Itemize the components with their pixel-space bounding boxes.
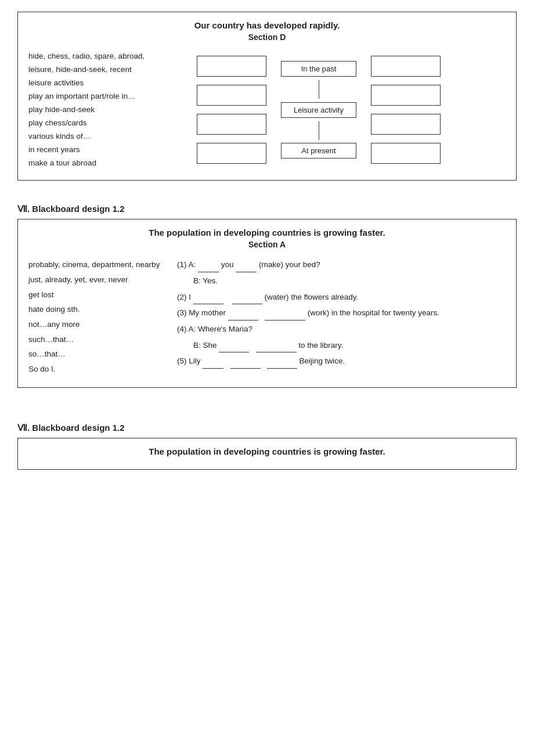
exercise-3: (3) My mother (work) in the hospital for… (177, 305, 506, 321)
blank-5c (267, 361, 297, 369)
ex3-num: (3) My mother (177, 308, 228, 317)
vocab-item-3: leisure activities (28, 77, 184, 90)
section3-title: The population in developing countries i… (28, 447, 506, 456)
blank-5a (203, 361, 223, 369)
section2-panel: The population in developing countries i… (17, 219, 517, 387)
vocab-item-9: make a tour abroad (28, 157, 184, 170)
diagram-inner: In the past Leisure activity At present (191, 50, 506, 170)
vocab-col-2: probably, cinema, department, nearby jus… (28, 257, 168, 376)
section1-subtitle: Section D (28, 33, 506, 42)
section2-title: The population in developing countries i… (28, 228, 506, 237)
box-bot-left (197, 143, 266, 164)
exercises-col: (1) A: you (make) your bed? B: Yes. (2) … (177, 257, 506, 376)
box-low-right (371, 114, 441, 135)
blank-4a (219, 344, 249, 352)
blank-1a (198, 264, 219, 272)
label-leisure-activity: Leisure activity (281, 102, 356, 118)
blank-2a (193, 296, 223, 304)
s2-vocab-3: get lost (28, 287, 168, 303)
box-col-center: In the past Leisure activity At present (272, 50, 365, 170)
box-col-right (365, 50, 446, 170)
s2-vocab-6: such…that… (28, 332, 168, 347)
exercise-1: (1) A: you (make) your bed? (177, 257, 506, 272)
blank-3a (228, 312, 258, 321)
section2-heading: Ⅶ. Blackboard design 1.2 (17, 204, 125, 214)
vocab-item-4: play an important part/role in… (28, 90, 184, 103)
exercise-2: (2) I (water) the flowers already. (177, 290, 506, 305)
label-at-present: At present (281, 143, 356, 159)
section2-body: probably, cinema, department, nearby jus… (28, 257, 506, 376)
exercise-5: (5) Lily Beijing twice. (177, 354, 506, 369)
box-mid-left (197, 85, 266, 106)
vocab-item-8: in recent years (28, 143, 184, 157)
blank-2b (232, 296, 262, 304)
ex1-num: (1) A: (177, 260, 198, 269)
blank-5b (230, 361, 261, 369)
exercise-4b: B: She to the library. (177, 338, 506, 353)
exercise-1b: B: Yes. (177, 273, 506, 289)
blank-3b (265, 312, 305, 321)
box-top-right (371, 56, 441, 77)
s2-vocab-7: so…that… (28, 347, 168, 362)
vocab-item-2: leisure, hide-and-seek, recent (28, 63, 184, 77)
box-mid-right (371, 85, 441, 106)
section2-subtitle: Section A (28, 240, 506, 249)
ex2-num: (2) I (177, 293, 193, 301)
ex4-num: (4) A: Where's Maria? (177, 325, 252, 333)
divider-line-1 (319, 80, 319, 99)
vocab-item-1: hide, chess, radio, spare, abroad, (28, 50, 184, 63)
section1-panel: Our country has developed rapidly. Secti… (17, 12, 517, 181)
vocab-item-5: play hide-and-seek (28, 103, 184, 117)
diagram-area: hide, chess, radio, spare, abroad, leisu… (28, 50, 506, 170)
s2-vocab-4: hate doing sth. (28, 302, 168, 317)
section3-heading-wrapper: Ⅶ. Blackboard design 1.2 (17, 423, 517, 433)
vocab-item-6: play chess/cards (28, 117, 184, 130)
section2-heading-wrapper: Ⅶ. Blackboard design 1.2 (17, 204, 517, 214)
box-top-left (197, 56, 266, 77)
blank-4b (256, 344, 297, 352)
vocab-item-7: various kinds of… (28, 130, 184, 143)
section3-panel: The population in developing countries i… (17, 438, 517, 470)
section1-title: Our country has developed rapidly. (28, 20, 506, 30)
s2-vocab-1: probably, cinema, department, nearby (28, 257, 168, 272)
s2-vocab-5: not…any more (28, 317, 168, 332)
blank-1b (236, 264, 257, 272)
ex5-num: (5) Lily (177, 357, 203, 365)
divider-line-2 (319, 121, 319, 140)
box-bot-right (371, 143, 441, 164)
box-col-left (191, 50, 272, 170)
label-in-the-past: In the past (281, 61, 356, 77)
box-low-left (197, 114, 266, 135)
s2-vocab-2: just, already, yet, ever, never (28, 272, 168, 287)
s2-vocab-8: So do I. (28, 362, 168, 377)
exercise-4a: (4) A: Where's Maria? (177, 322, 506, 337)
section3-heading: Ⅶ. Blackboard design 1.2 (17, 423, 125, 433)
vocab-col-1: hide, chess, radio, spare, abroad, leisu… (28, 50, 191, 170)
